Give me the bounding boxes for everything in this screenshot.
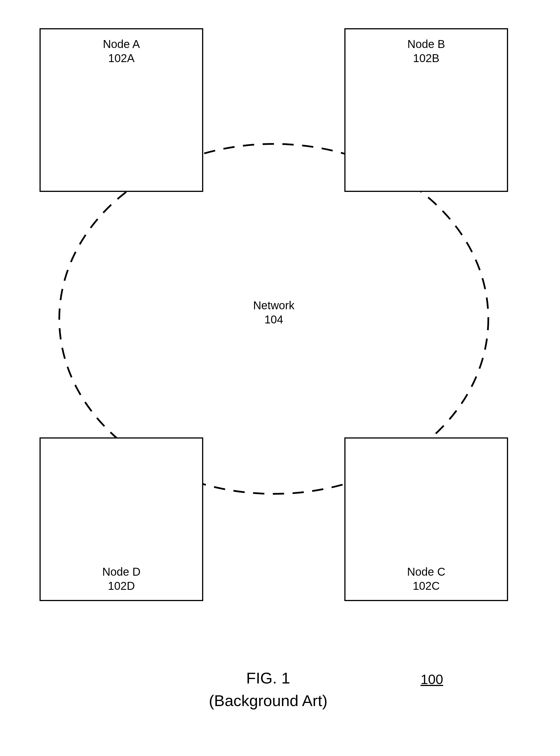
network-ref: 104: [245, 313, 302, 326]
node-b: Node B 102B: [344, 28, 508, 192]
node-d: Node D 102D: [40, 437, 203, 601]
diagram-stage: Node A 102A Node B 102B Node D 102D Node…: [0, 0, 560, 756]
node-a-ref: 102A: [41, 52, 202, 65]
node-c-title: Node C: [345, 566, 507, 578]
node-d-title: Node D: [41, 566, 202, 578]
node-a-title: Node A: [41, 38, 202, 50]
node-d-ref: 102D: [41, 580, 202, 592]
node-c: Node C 102C: [344, 437, 508, 601]
node-a: Node A 102A: [40, 28, 203, 192]
node-c-ref: 102C: [345, 580, 507, 592]
figure-subtitle: (Background Art): [169, 691, 367, 710]
network-title: Network: [245, 299, 302, 312]
node-b-ref: 102B: [345, 52, 507, 65]
node-b-title: Node B: [345, 38, 507, 50]
figure-system-ref: 100: [401, 672, 443, 687]
figure-title: FIG. 1: [198, 669, 339, 687]
